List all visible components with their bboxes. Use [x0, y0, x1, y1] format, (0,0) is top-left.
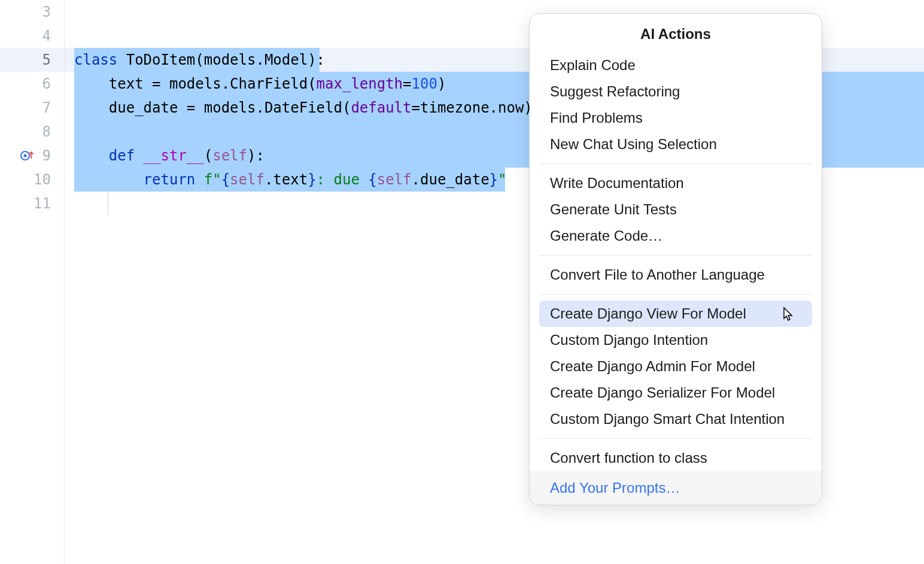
- line-number: 7: [42, 99, 51, 116]
- gutter-line[interactable]: 9: [0, 144, 64, 168]
- line-number: 5: [42, 51, 51, 68]
- gutter-line[interactable]: 4: [0, 24, 64, 48]
- line-number-gutter: 34567891011: [0, 0, 65, 564]
- line-number: 9: [42, 147, 51, 164]
- code-content: class ToDoItem(models.Model):: [74, 51, 325, 68]
- gutter-line[interactable]: 10: [0, 168, 64, 192]
- ai-action-item[interactable]: Suggest Refactoring: [530, 78, 822, 105]
- ai-action-item[interactable]: New Chat Using Selection: [530, 131, 822, 157]
- ai-action-item[interactable]: Create Django Admin For Model: [530, 353, 822, 380]
- gutter-line[interactable]: 6: [0, 72, 64, 96]
- override-marker-icon[interactable]: [20, 148, 34, 163]
- ai-action-item[interactable]: Custom Django Smart Chat Intention: [530, 406, 822, 432]
- ai-action-item[interactable]: Write Documentation: [530, 170, 822, 196]
- gutter-line[interactable]: 5: [0, 48, 64, 72]
- popup-divider: [539, 163, 812, 164]
- ai-action-item[interactable]: Find Problems: [530, 105, 822, 131]
- ai-action-item[interactable]: Explain Code: [530, 52, 822, 78]
- line-number: 4: [42, 28, 51, 44]
- line-number: 6: [42, 75, 51, 92]
- ai-actions-popup: AI Actions Explain CodeSuggest Refactori…: [529, 13, 822, 505]
- mouse-cursor-icon: [780, 307, 795, 323]
- line-number: 3: [42, 4, 51, 20]
- code-content: def __str__(self):: [74, 147, 265, 164]
- indent-guide: [108, 192, 108, 216]
- code-content: return f"{self.text}: due {self.due_date…: [74, 171, 507, 188]
- popup-divider: [539, 255, 812, 256]
- line-number: 10: [34, 171, 51, 188]
- code-content: due_date = models.DateField(default=time…: [74, 99, 533, 116]
- add-prompts-link[interactable]: Add Your Prompts…: [530, 471, 822, 505]
- ai-action-item[interactable]: Generate Code…: [530, 223, 822, 249]
- ai-action-item[interactable]: Generate Unit Tests: [530, 196, 822, 223]
- popup-divider: [539, 438, 812, 439]
- svg-point-1: [24, 154, 27, 157]
- popup-divider: [539, 294, 812, 295]
- gutter-line[interactable]: 7: [0, 96, 64, 120]
- ai-action-item[interactable]: Create Django Serializer For Model: [530, 380, 822, 406]
- line-number: 8: [42, 123, 51, 140]
- line-number: 11: [34, 195, 51, 212]
- ai-action-item[interactable]: Create Django View For Model: [539, 301, 812, 327]
- gutter-line[interactable]: 3: [0, 0, 64, 24]
- popup-title: AI Actions: [530, 14, 822, 52]
- ai-action-item[interactable]: Custom Django Intention: [530, 327, 822, 353]
- gutter-line[interactable]: 8: [0, 120, 64, 144]
- ai-action-item[interactable]: Convert File to Another Language: [530, 262, 822, 288]
- code-content: text = models.CharField(max_length=100): [74, 75, 446, 92]
- gutter-line[interactable]: 11: [0, 192, 64, 216]
- ai-action-item[interactable]: Convert function to class: [530, 445, 822, 471]
